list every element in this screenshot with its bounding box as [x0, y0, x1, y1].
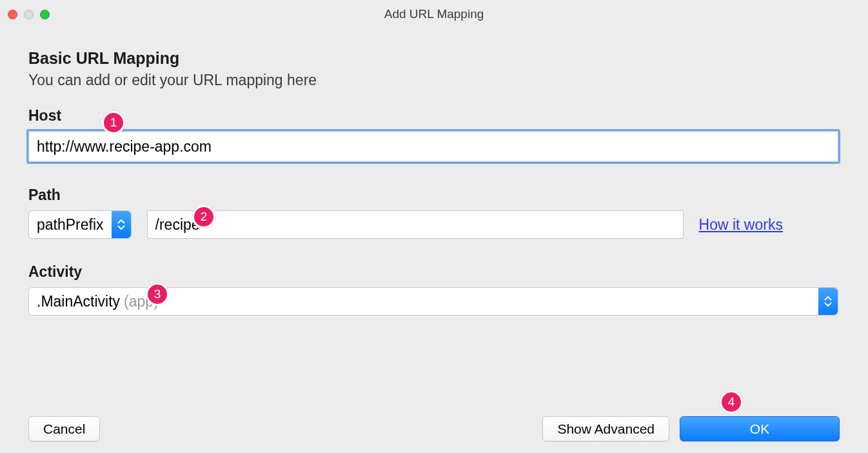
window-titlebar: Add URL Mapping	[0, 0, 868, 28]
ok-button[interactable]: OK	[680, 416, 840, 441]
zoom-window-button[interactable]	[40, 10, 50, 19]
path-type-select[interactable]: pathPrefix	[28, 210, 132, 239]
path-label: Path	[28, 186, 61, 204]
window-title: Add URL Mapping	[0, 7, 868, 21]
cancel-button[interactable]: Cancel	[28, 416, 100, 441]
annotation-badge-2: 2	[192, 205, 215, 228]
close-window-button[interactable]	[8, 10, 17, 19]
chevron-updown-icon	[818, 288, 838, 315]
annotation-badge-3: 3	[146, 283, 169, 306]
host-label: Host	[28, 107, 61, 125]
annotation-badge-4: 4	[720, 390, 743, 414]
activity-label: Activity	[28, 263, 82, 281]
host-input[interactable]	[28, 131, 838, 162]
dialog-footer: Cancel Show Advanced OK	[28, 416, 840, 441]
minimize-window-button	[24, 10, 34, 19]
page-title: Basic URL Mapping	[28, 49, 840, 68]
chevron-updown-icon	[112, 211, 131, 238]
show-advanced-button[interactable]: Show Advanced	[542, 416, 669, 441]
window-controls	[8, 10, 50, 19]
path-value-input[interactable]	[147, 210, 684, 239]
activity-selected-name: .MainActivity	[37, 293, 120, 310]
page-subtitle: You can add or edit your URL mapping her…	[28, 72, 840, 89]
annotation-badge-1: 1	[102, 111, 125, 134]
path-type-selected: pathPrefix	[37, 216, 104, 234]
how-it-works-link[interactable]: How it works	[699, 216, 783, 234]
